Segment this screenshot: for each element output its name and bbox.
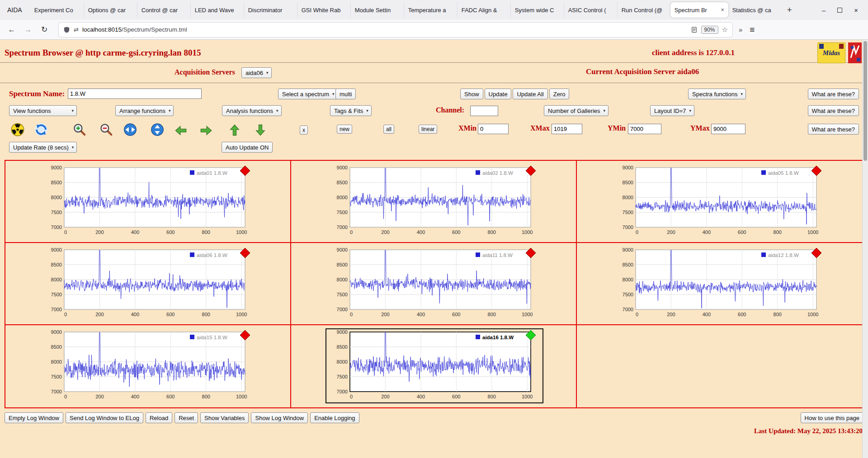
shift-down-icon[interactable] <box>253 122 268 138</box>
channel-input[interactable] <box>470 106 498 116</box>
zoom-indicator[interactable]: 90% <box>701 26 718 34</box>
expand-y-icon[interactable] <box>150 122 165 137</box>
new-button[interactable]: new <box>337 125 352 134</box>
tab-system-wide-c[interactable]: System wide C <box>510 2 564 18</box>
enable-logging-button[interactable]: Enable Logging <box>310 412 359 423</box>
reader-mode-icon[interactable] <box>691 26 698 33</box>
shift-right-icon[interactable] <box>198 123 214 138</box>
acquisition-server-select[interactable]: aida06▾ <box>241 67 272 78</box>
refresh-servers-icon[interactable] <box>33 122 49 137</box>
reload-button[interactable]: Reload <box>146 412 172 423</box>
tab-discriminator[interactable]: Discriminator <box>244 2 297 18</box>
update-rate-dropdown[interactable]: Update Rate (8 secs)▾ <box>9 142 77 153</box>
forward-button[interactable]: → <box>21 23 35 37</box>
what-are-these-button-1[interactable]: What are these? <box>808 89 859 99</box>
tab-gsi-white-rab[interactable]: GSI White Rab <box>297 2 350 18</box>
midas-logo[interactable]: Midas <box>817 42 845 63</box>
spectrum-plot-aida15[interactable]: 7000750080008500900002004006008001000aid… <box>41 329 257 402</box>
show-variables-button[interactable]: Show Variables <box>200 412 249 423</box>
gallery-cell-aida05[interactable]: 7000750080008500900002004006008001000aid… <box>577 161 863 243</box>
powered-logo[interactable] <box>848 42 862 65</box>
zoom-in-icon[interactable] <box>72 122 87 137</box>
view-functions-dropdown[interactable]: View functions▾ <box>9 105 77 116</box>
url-bar[interactable]: ⇄ localhost:8015/Spectrum/Spectrum.tml 9… <box>59 23 732 37</box>
xmax-input[interactable] <box>552 124 582 134</box>
update-button[interactable]: Update <box>485 89 512 99</box>
gallery-cell-aida15[interactable]: 7000750080008500900002004006008001000aid… <box>5 325 291 407</box>
menu-icon[interactable]: ≡ <box>749 25 759 35</box>
all-button[interactable]: all <box>383 125 394 134</box>
number-of-galleries-dropdown[interactable]: Number of Galleries▾ <box>544 105 609 116</box>
bookmark-star-icon[interactable]: ☆ <box>722 26 728 34</box>
tab-options-car[interactable]: Options @ car <box>84 2 137 18</box>
expand-x-icon[interactable] <box>123 122 138 137</box>
radiation-icon[interactable] <box>10 122 25 137</box>
tab-asic-control[interactable]: ASIC Control ( <box>564 2 617 18</box>
what-are-these-button-2[interactable]: What are these? <box>808 105 859 116</box>
spectra-functions-dropdown[interactable]: Spectra functions▾ <box>688 89 746 99</box>
select-a-spectrum-dropdown[interactable]: Select a spectrum▾ <box>278 89 338 99</box>
spectrum-name-input[interactable] <box>68 89 202 99</box>
show-log-window-button[interactable]: Show Log Window <box>251 412 308 423</box>
ymax-input[interactable] <box>711 124 745 134</box>
reset-button[interactable]: Reset <box>175 412 198 423</box>
auto-update-button[interactable]: Auto Update ON <box>222 142 273 153</box>
shift-left-icon[interactable] <box>173 123 189 138</box>
spectrum-plot-aida02[interactable]: 7000750080008500900002004006008001000aid… <box>326 165 542 238</box>
spectrum-plot-aida05[interactable]: 7000750080008500900002004006008001000aid… <box>612 165 828 238</box>
spectrum-plot-aida11[interactable]: 7000750080008500900002004006008001000aid… <box>326 247 542 320</box>
update-all-button[interactable]: Update All <box>513 89 547 99</box>
x-button[interactable]: x <box>300 126 308 135</box>
what-are-these-button-3[interactable]: What are these? <box>808 124 859 135</box>
page-scrollbar[interactable] <box>862 40 868 458</box>
new-tab-button[interactable]: + <box>782 5 797 15</box>
svg-text:8500: 8500 <box>623 180 633 185</box>
minimize-button[interactable]: – <box>822 7 826 14</box>
layout-id-dropdown[interactable]: Layout ID=7▾ <box>650 105 694 116</box>
spectrum-plot-aida12[interactable]: 7000750080008500900002004006008001000aid… <box>612 247 828 320</box>
gallery-cell-aida02[interactable]: 7000750080008500900002004006008001000aid… <box>291 161 577 243</box>
gallery-cell-aida06[interactable]: 7000750080008500900002004006008001000aid… <box>5 243 291 325</box>
analysis-functions-dropdown[interactable]: Analysis functions▾ <box>222 105 282 116</box>
spectrum-plot-aida16[interactable]: 7000750080008500900002004006008001000aid… <box>326 329 542 402</box>
spectrum-plot-aida06[interactable]: 7000750080008500900002004006008001000aid… <box>41 247 257 320</box>
toolbar-overflow-icon[interactable]: » <box>734 26 747 33</box>
reload-button[interactable]: ↻ <box>37 23 52 37</box>
gallery-cell-aida16[interactable]: 7000750080008500900002004006008001000aid… <box>291 325 577 407</box>
tab-spectrum-br[interactable]: Spectrum Br× <box>670 2 728 18</box>
linear-button[interactable]: linear <box>419 125 437 134</box>
scrollbar-thumb[interactable] <box>863 41 867 161</box>
tab-fadc-align[interactable]: FADC Align & <box>457 2 510 18</box>
show-button[interactable]: Show <box>460 89 483 99</box>
tab-temperature-a[interactable]: Temperature a <box>404 2 457 18</box>
gallery-cell-aida01[interactable]: 7000750080008500900002004006008001000aid… <box>5 161 291 243</box>
zoom-out-icon[interactable] <box>99 122 114 137</box>
spectrum-plot-aida01[interactable]: 7000750080008500900002004006008001000aid… <box>41 165 257 238</box>
tab-led-and-wave[interactable]: LED and Wave <box>190 2 244 18</box>
arrange-functions-dropdown[interactable]: Arrange functions▾ <box>115 105 174 116</box>
url-text[interactable]: localhost:8015/Spectrum/Spectrum.tml <box>82 26 687 33</box>
site-info-icon[interactable]: ⇄ <box>74 26 79 33</box>
maximize-button[interactable] <box>837 8 842 13</box>
tags-fits-dropdown[interactable]: Tags & Fits▾ <box>330 105 372 116</box>
shield-icon[interactable] <box>63 26 70 33</box>
zero-button[interactable]: Zero <box>549 89 570 99</box>
ymin-input[interactable] <box>628 124 661 134</box>
shift-up-icon[interactable] <box>227 122 242 138</box>
multi-button[interactable]: multi <box>335 89 356 99</box>
empty-log-window-button[interactable]: Empty Log Window <box>5 412 63 423</box>
close-button[interactable]: × <box>854 7 858 14</box>
back-button[interactable]: ← <box>5 23 19 37</box>
xmin-input[interactable] <box>478 124 509 134</box>
tab-experiment-co[interactable]: Experiment Co <box>30 2 84 18</box>
tab-run-control[interactable]: Run Control (@ <box>617 2 670 18</box>
gallery-cell-aida11[interactable]: 7000750080008500900002004006008001000aid… <box>291 243 577 325</box>
tab-module-settin[interactable]: Module Settin <box>350 2 404 18</box>
tab-control-car[interactable]: Control @ car <box>137 2 190 18</box>
svg-text:400: 400 <box>131 394 139 399</box>
send-log-window-to-elog-button[interactable]: Send Log Window to ELog <box>66 412 143 423</box>
tab-statistics-ca[interactable]: Statistics @ ca <box>728 2 782 18</box>
tab-close-icon[interactable]: × <box>721 7 724 13</box>
gallery-cell-aida12[interactable]: 7000750080008500900002004006008001000aid… <box>577 243 863 325</box>
how-to-use-button[interactable]: How to use this page <box>801 412 863 423</box>
